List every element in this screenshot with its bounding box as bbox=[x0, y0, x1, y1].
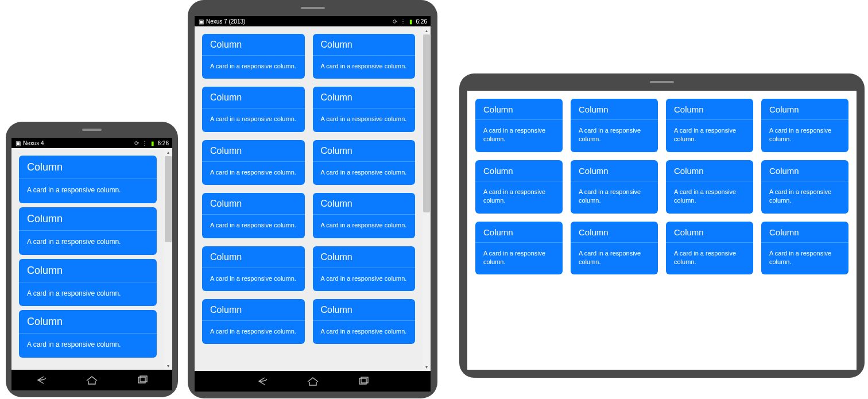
content-area[interactable]: Column A card in a responsive column. Co… bbox=[11, 148, 172, 370]
card-title: Column bbox=[202, 140, 305, 162]
battery-icon: ▮ bbox=[408, 18, 414, 25]
card-title: Column bbox=[202, 34, 305, 56]
device-label: Nexus 7 (2013) bbox=[206, 18, 390, 25]
column-card[interactable]: Column A card in a responsive column. bbox=[475, 160, 563, 214]
column-card[interactable]: Column A card in a responsive column. bbox=[571, 99, 658, 152]
column-card[interactable]: Column A card in a responsive column. bbox=[202, 193, 305, 238]
card-body: A card in a responsive column. bbox=[475, 120, 563, 152]
scroll-down-icon[interactable]: ▾ bbox=[423, 363, 431, 371]
clock: 6:26 bbox=[416, 18, 427, 25]
clipboard-icon: ▣ bbox=[15, 140, 21, 146]
wifi-icon: ⋮ bbox=[400, 18, 406, 25]
card-body: A card in a responsive column. bbox=[202, 56, 305, 79]
speaker-slot bbox=[301, 7, 325, 9]
column-card[interactable]: Column A card in a responsive column. bbox=[313, 140, 416, 185]
card-title: Column bbox=[202, 87, 305, 109]
speaker-slot bbox=[82, 129, 102, 131]
column-card[interactable]: Column A card in a responsive column. bbox=[19, 310, 157, 358]
sync-icon: ⟳ bbox=[392, 18, 398, 25]
nav-recent-button[interactable] bbox=[355, 376, 371, 386]
card-body: A card in a responsive column. bbox=[313, 268, 416, 291]
device-label: Nexus 4 bbox=[23, 140, 131, 146]
card-body: A card in a responsive column. bbox=[761, 120, 848, 152]
card-body: A card in a responsive column. bbox=[666, 120, 753, 152]
card-body: A card in a responsive column. bbox=[19, 334, 157, 358]
column-card[interactable]: Column A card in a responsive column. bbox=[19, 259, 157, 307]
scroll-thumb[interactable] bbox=[423, 34, 430, 212]
card-title: Column bbox=[202, 299, 305, 321]
android-nav-bar bbox=[11, 370, 172, 390]
content-area[interactable]: Column A card in a responsive column. Co… bbox=[467, 91, 857, 370]
device-tablet-portrait: ▣ Nexus 7 (2013) ⟳ ⋮ ▮ 6:26 Column A car… bbox=[188, 0, 437, 398]
nav-back-button[interactable] bbox=[33, 375, 49, 385]
card-title: Column bbox=[313, 193, 416, 215]
status-bar: ▣ Nexus 4 ⟳ ⋮ ▮ 6:26 bbox=[11, 138, 172, 148]
android-nav-bar bbox=[195, 371, 431, 392]
column-card[interactable]: Column A card in a responsive column. bbox=[475, 99, 563, 152]
card-body: A card in a responsive column. bbox=[202, 268, 305, 291]
column-card[interactable]: Column A card in a responsive column. bbox=[666, 222, 753, 275]
column-card[interactable]: Column A card in a responsive column. bbox=[313, 299, 416, 344]
column-card[interactable]: Column A card in a responsive column. bbox=[313, 34, 416, 79]
nav-home-button[interactable] bbox=[84, 375, 100, 385]
column-card[interactable]: Column A card in a responsive column. bbox=[202, 34, 305, 79]
back-icon bbox=[33, 375, 49, 385]
battery-icon: ▮ bbox=[150, 140, 156, 146]
column-card[interactable]: Column A card in a responsive column. bbox=[202, 246, 305, 291]
column-card[interactable]: Column A card in a responsive column. bbox=[761, 222, 848, 275]
card-body: A card in a responsive column. bbox=[202, 215, 305, 238]
scroll-down-icon[interactable]: ▾ bbox=[164, 362, 172, 370]
column-card[interactable]: Column A card in a responsive column. bbox=[666, 99, 753, 152]
card-title: Column bbox=[475, 160, 563, 181]
scroll-thumb[interactable] bbox=[165, 156, 172, 242]
card-title: Column bbox=[19, 207, 157, 231]
column-card[interactable]: Column A card in a responsive column. bbox=[475, 222, 563, 275]
phone-screen: ▣ Nexus 4 ⟳ ⋮ ▮ 6:26 Column A card in a … bbox=[11, 138, 172, 390]
column-card[interactable]: Column A card in a responsive column. bbox=[19, 207, 157, 255]
card-title: Column bbox=[761, 222, 848, 243]
card-title: Column bbox=[19, 310, 157, 334]
card-body: A card in a responsive column. bbox=[19, 231, 157, 255]
card-body: A card in a responsive column. bbox=[666, 181, 753, 214]
card-title: Column bbox=[666, 99, 753, 120]
column-card[interactable]: Column A card in a responsive column. bbox=[666, 160, 753, 214]
column-card[interactable]: Column A card in a responsive column. bbox=[202, 87, 305, 131]
column-card[interactable]: Column A card in a responsive column. bbox=[571, 160, 658, 214]
card-title: Column bbox=[571, 160, 658, 181]
nav-recent-button[interactable] bbox=[134, 375, 150, 385]
nav-home-button[interactable] bbox=[305, 376, 321, 386]
card-body: A card in a responsive column. bbox=[202, 162, 305, 185]
card-title: Column bbox=[202, 193, 305, 215]
tablet-landscape-screen: Column A card in a responsive column. Co… bbox=[467, 91, 857, 370]
scrollbar[interactable]: ▴ ▾ bbox=[423, 26, 431, 371]
nav-back-button[interactable] bbox=[254, 376, 270, 386]
device-tablet-landscape: Column A card in a responsive column. Co… bbox=[459, 73, 865, 378]
recent-icon bbox=[134, 375, 150, 385]
card-title: Column bbox=[19, 156, 157, 179]
column-card[interactable]: Column A card in a responsive column. bbox=[202, 299, 305, 344]
content-area[interactable]: Column A card in a responsive column. Co… bbox=[195, 26, 431, 371]
card-title: Column bbox=[313, 34, 416, 56]
clipboard-icon: ▣ bbox=[198, 18, 204, 25]
card-body: A card in a responsive column. bbox=[761, 243, 848, 275]
speaker-slot bbox=[650, 81, 674, 83]
scrollbar[interactable]: ▴ ▾ bbox=[164, 148, 172, 370]
column-card[interactable]: Column A card in a responsive column. bbox=[202, 140, 305, 185]
card-title: Column bbox=[475, 99, 563, 120]
clock: 6:26 bbox=[158, 140, 169, 146]
card-body: A card in a responsive column. bbox=[313, 321, 416, 344]
scroll-up-icon[interactable]: ▴ bbox=[164, 148, 172, 156]
column-card[interactable]: Column A card in a responsive column. bbox=[571, 222, 658, 275]
card-title: Column bbox=[761, 99, 848, 120]
card-title: Column bbox=[313, 140, 416, 162]
column-card[interactable]: Column A card in a responsive column. bbox=[761, 99, 848, 152]
column-card[interactable]: Column A card in a responsive column. bbox=[313, 246, 416, 291]
recent-icon bbox=[355, 376, 371, 386]
column-card[interactable]: Column A card in a responsive column. bbox=[313, 193, 416, 238]
column-card[interactable]: Column A card in a responsive column. bbox=[761, 160, 848, 214]
card-grid: Column A card in a responsive column. Co… bbox=[11, 148, 164, 365]
column-card[interactable]: Column A card in a responsive column. bbox=[19, 156, 157, 203]
scroll-up-icon[interactable]: ▴ bbox=[423, 26, 431, 34]
status-bar: ▣ Nexus 7 (2013) ⟳ ⋮ ▮ 6:26 bbox=[195, 16, 431, 26]
column-card[interactable]: Column A card in a responsive column. bbox=[313, 87, 416, 131]
